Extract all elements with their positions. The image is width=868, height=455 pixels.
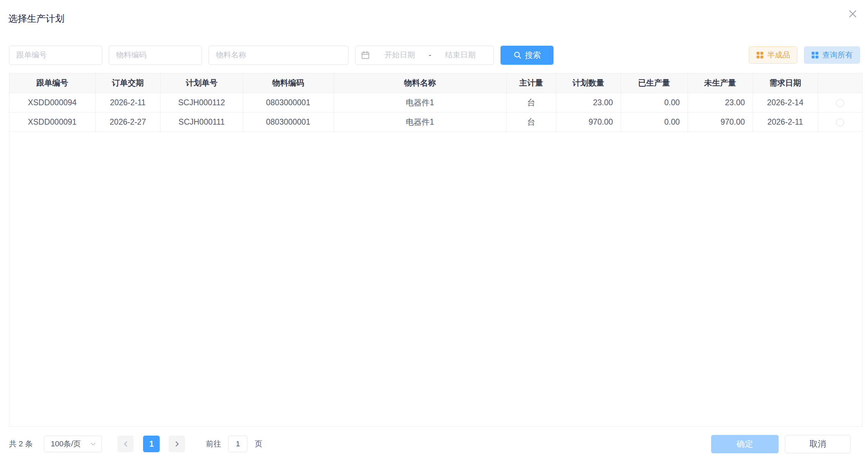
col-header-order-no: 跟单编号 <box>9 73 95 93</box>
col-header-select <box>818 73 862 93</box>
row-radio-button[interactable] <box>836 99 844 107</box>
cell-produced-qty: 0.00 <box>621 93 688 112</box>
cell-produced-qty: 0.00 <box>621 112 688 132</box>
col-header-material-code: 物料编码 <box>243 73 334 93</box>
search-button[interactable]: 搜索 <box>501 46 553 65</box>
close-icon-glyph <box>848 9 857 18</box>
cell-unproduced-qty: 23.00 <box>688 93 753 112</box>
cell-demand-date: 2026-2-14 <box>753 93 818 112</box>
query-all-button[interactable]: 查询所有 <box>804 46 860 64</box>
chevron-left-icon <box>122 440 130 448</box>
material-code-input[interactable] <box>109 46 202 65</box>
col-header-demand-date: 需求日期 <box>753 73 818 93</box>
cell-material-code: 0803000001 <box>243 93 334 112</box>
goto-page-label: 前往 <box>206 439 221 449</box>
cell-plan-no: SCJH000112 <box>160 93 243 112</box>
col-header-unproduced-qty: 未生产量 <box>688 73 753 93</box>
semi-finished-label: 半成品 <box>767 50 790 60</box>
grid-icon <box>811 51 819 59</box>
query-all-label: 查询所有 <box>822 50 853 60</box>
page-size-value: 100条/页 <box>51 439 81 449</box>
row-radio-button[interactable] <box>836 118 844 126</box>
col-header-material-name: 物料名称 <box>334 73 506 93</box>
cell-plan-qty: 23.00 <box>556 93 621 112</box>
date-end-input[interactable] <box>433 51 488 60</box>
search-icon <box>513 51 522 59</box>
date-range-picker[interactable]: - <box>355 46 494 65</box>
cancel-button[interactable]: 取消 <box>785 435 851 453</box>
material-name-input[interactable] <box>209 46 348 65</box>
cell-unit: 台 <box>506 93 556 112</box>
next-page-button[interactable] <box>169 436 185 452</box>
date-separator: - <box>427 51 433 60</box>
col-header-plan-qty: 计划数量 <box>556 73 621 93</box>
footer-actions: 确定 取消 <box>711 435 851 453</box>
cell-material-code: 0803000001 <box>243 112 334 132</box>
table-row[interactable]: XSDD000094 2026-2-11 SCJH000112 08030000… <box>9 93 862 112</box>
filter-bar: - 搜索 半成品 查询所有 <box>9 45 860 65</box>
filter-right-group: 半成品 查询所有 <box>749 46 860 64</box>
cell-order-date: 2026-2-11 <box>95 93 160 112</box>
cell-demand-date: 2026-2-11 <box>753 112 818 132</box>
order-no-input[interactable] <box>9 46 102 65</box>
page-unit-label: 页 <box>255 439 262 449</box>
page-number-1[interactable]: 1 <box>143 436 160 452</box>
cell-select <box>818 93 862 112</box>
cell-plan-no: SCJH000111 <box>160 112 243 132</box>
total-count-label: 共 2 条 <box>9 439 33 449</box>
cell-unit: 台 <box>506 112 556 132</box>
cell-plan-qty: 970.00 <box>556 112 621 132</box>
col-header-produced-qty: 已生产量 <box>621 73 688 93</box>
cell-material-name: 电器件1 <box>334 112 506 132</box>
semi-finished-button[interactable]: 半成品 <box>749 46 797 64</box>
table-row[interactable]: XSDD000091 2026-2-27 SCJH000111 08030000… <box>9 112 862 132</box>
cell-select <box>818 112 862 132</box>
col-header-plan-no: 计划单号 <box>160 73 243 93</box>
page-size-select[interactable]: 100条/页 <box>44 436 102 452</box>
cell-order-no: XSDD000094 <box>9 93 95 112</box>
cell-material-name: 电器件1 <box>334 93 506 112</box>
col-header-order-date: 订单交期 <box>95 73 160 93</box>
confirm-button[interactable]: 确定 <box>711 435 779 453</box>
col-header-unit: 主计量 <box>506 73 556 93</box>
goto-page-input[interactable] <box>228 436 247 452</box>
search-button-label: 搜索 <box>525 50 541 61</box>
grid-icon <box>756 51 764 59</box>
date-start-input[interactable] <box>372 51 427 60</box>
chevron-down-icon <box>90 440 97 447</box>
chevron-right-icon <box>173 440 181 448</box>
dialog-footer: 共 2 条 100条/页 1 前往 页 确定 取消 <box>9 434 851 454</box>
close-icon[interactable] <box>847 8 859 20</box>
cell-unproduced-qty: 970.00 <box>688 112 753 132</box>
cell-order-no: XSDD000091 <box>9 112 95 132</box>
dialog-title: 选择生产计划 <box>8 12 64 25</box>
calendar-icon <box>361 51 370 60</box>
prev-page-button[interactable] <box>117 436 134 452</box>
production-plan-table: 跟单编号 订单交期 计划单号 物料编码 物料名称 主计量 计划数量 已生产量 未… <box>9 73 862 427</box>
cell-order-date: 2026-2-27 <box>95 112 160 132</box>
table-header-row: 跟单编号 订单交期 计划单号 物料编码 物料名称 主计量 计划数量 已生产量 未… <box>9 73 862 93</box>
